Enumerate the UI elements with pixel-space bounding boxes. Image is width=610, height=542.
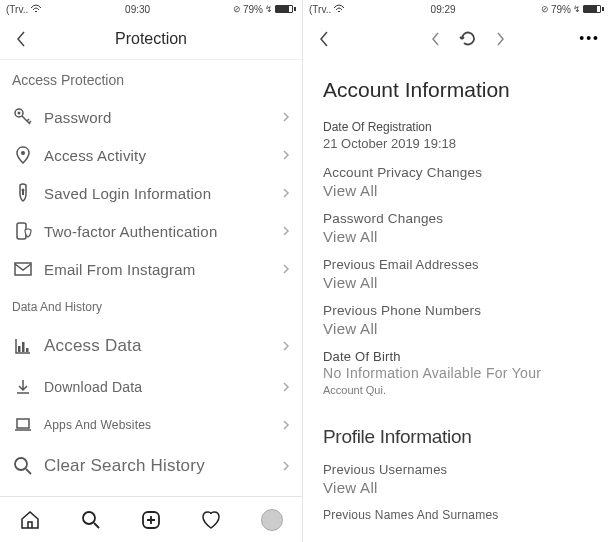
usernames-view-all-link[interactable]: View All bbox=[323, 479, 590, 496]
status-bar: (Trv.. 09:29 ⊘ 79% ↯ bbox=[303, 0, 610, 18]
password-view-all-link[interactable]: View All bbox=[323, 228, 590, 245]
phone-view-all-link[interactable]: View All bbox=[323, 320, 590, 337]
account-info-heading: Account Information bbox=[323, 78, 590, 102]
item-label: Email From Instagram bbox=[44, 261, 282, 278]
item-label: Clear Search History bbox=[44, 456, 282, 476]
item-access-data[interactable]: Access Data bbox=[0, 324, 302, 368]
chevron-right-icon bbox=[282, 460, 290, 472]
left-pane: (Trv.. 09:30 ⊘ 79% ↯ Protection Access P… bbox=[0, 0, 303, 542]
header: Protection bbox=[0, 18, 302, 60]
svg-rect-6 bbox=[18, 346, 21, 352]
privacy-view-all-link[interactable]: View All bbox=[323, 182, 590, 199]
item-clear-search-history[interactable]: Clear Search History bbox=[0, 444, 302, 488]
more-icon[interactable]: ••• bbox=[579, 30, 600, 46]
home-icon[interactable] bbox=[18, 508, 42, 532]
password-changes-label: Password Changes bbox=[323, 211, 590, 226]
prev-phone-label: Previous Phone Numbers bbox=[323, 303, 590, 318]
item-label: Apps And Websites bbox=[44, 418, 282, 432]
wifi-icon bbox=[333, 4, 345, 14]
chevron-right-icon bbox=[282, 149, 290, 161]
battery-pct: 79% bbox=[243, 4, 263, 15]
section-data-history: Data And History bbox=[0, 288, 302, 324]
keyhole-icon bbox=[12, 182, 34, 204]
clock: 09:29 bbox=[431, 4, 456, 15]
item-label: Password bbox=[44, 109, 282, 126]
battery-icon bbox=[275, 5, 296, 13]
chevron-right-icon bbox=[282, 419, 290, 431]
chevron-right-icon bbox=[282, 381, 290, 393]
laptop-icon bbox=[12, 414, 34, 436]
right-pane: (Trv.. 09:29 ⊘ 79% ↯ ••• Account Informa… bbox=[303, 0, 610, 542]
item-label: Access Data bbox=[44, 336, 282, 356]
status-bar: (Trv.. 09:30 ⊘ 79% ↯ bbox=[0, 0, 302, 18]
chevron-right-icon bbox=[282, 111, 290, 123]
svg-rect-8 bbox=[26, 348, 29, 352]
prev-email-label: Previous Email Addresses bbox=[323, 257, 590, 272]
dob-noinfo: No Information Available For Your bbox=[323, 365, 590, 381]
dob-label: Date Of Birth bbox=[323, 349, 590, 364]
download-icon bbox=[12, 376, 34, 398]
profile-info-heading: Profile Information bbox=[323, 426, 590, 448]
phone-shield-icon bbox=[12, 220, 34, 242]
item-apps-websites[interactable]: Apps And Websites bbox=[0, 406, 302, 444]
svg-rect-5 bbox=[15, 263, 31, 275]
item-label: Two-factor Authentication bbox=[44, 223, 282, 240]
back-button[interactable] bbox=[10, 28, 32, 50]
header: ••• bbox=[303, 18, 610, 60]
mail-icon bbox=[12, 258, 34, 280]
battery-pct: 79% bbox=[551, 4, 571, 15]
item-password[interactable]: Password bbox=[0, 98, 302, 136]
key-icon bbox=[12, 106, 34, 128]
prev-names-label: Previous Names And Surnames bbox=[323, 508, 590, 522]
bottom-nav bbox=[0, 496, 302, 542]
dob-noinfo2: Account Qui. bbox=[323, 384, 590, 396]
item-download-data[interactable]: Download Data bbox=[0, 368, 302, 406]
item-label: Saved Login Information bbox=[44, 185, 282, 202]
item-label: Download Data bbox=[44, 379, 282, 395]
chevron-right-icon bbox=[282, 263, 290, 275]
battery-icon bbox=[583, 5, 604, 13]
page-title: Protection bbox=[115, 30, 187, 48]
profile-avatar[interactable] bbox=[260, 508, 284, 532]
section-access-protection: Access Protection bbox=[0, 60, 302, 98]
wifi-icon bbox=[30, 4, 42, 14]
registration-value: 21 October 2019 19:18 bbox=[323, 136, 590, 151]
email-view-all-link[interactable]: View All bbox=[323, 274, 590, 291]
svg-point-2 bbox=[21, 151, 25, 155]
chevron-right-icon bbox=[282, 340, 290, 352]
add-icon[interactable] bbox=[139, 508, 163, 532]
svg-point-1 bbox=[18, 112, 21, 115]
clock: 09:30 bbox=[125, 4, 150, 15]
registration-label: Date Of Registration bbox=[323, 120, 590, 134]
search-nav-icon[interactable] bbox=[79, 508, 103, 532]
carrier-text: (Trv.. bbox=[309, 4, 331, 15]
nav-back-icon[interactable] bbox=[430, 31, 440, 47]
item-label: Access Activity bbox=[44, 147, 282, 164]
item-email-from-instagram[interactable]: Email From Instagram bbox=[0, 250, 302, 288]
svg-rect-9 bbox=[17, 419, 29, 428]
heart-icon[interactable] bbox=[199, 508, 223, 532]
chevron-right-icon bbox=[282, 187, 290, 199]
privacy-changes-label: Account Privacy Changes bbox=[323, 165, 590, 180]
search-icon bbox=[12, 455, 34, 477]
item-access-activity[interactable]: Access Activity bbox=[0, 136, 302, 174]
svg-rect-7 bbox=[22, 342, 25, 352]
refresh-icon[interactable] bbox=[458, 29, 478, 49]
nav-forward-icon[interactable] bbox=[496, 31, 506, 47]
carrier-text: (Trv.. bbox=[6, 4, 28, 15]
location-icon bbox=[12, 144, 34, 166]
svg-point-10 bbox=[15, 458, 27, 470]
chart-icon bbox=[12, 335, 34, 357]
item-saved-login[interactable]: Saved Login Information bbox=[0, 174, 302, 212]
item-two-factor[interactable]: Two-factor Authentication bbox=[0, 212, 302, 250]
svg-point-11 bbox=[83, 512, 95, 524]
prev-usernames-label: Previous Usernames bbox=[323, 462, 590, 477]
close-button[interactable] bbox=[313, 28, 335, 50]
chevron-right-icon bbox=[282, 225, 290, 237]
